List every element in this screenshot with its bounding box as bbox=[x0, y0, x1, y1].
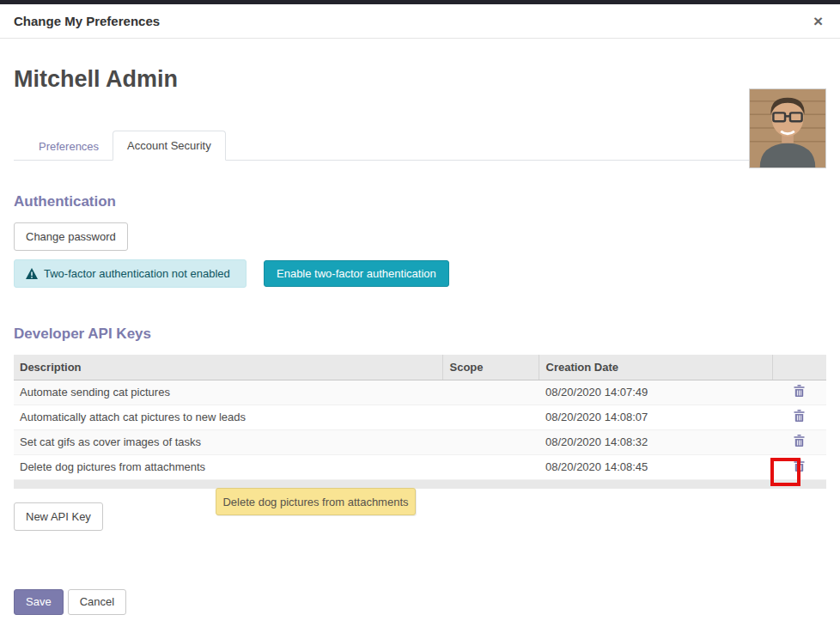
api-keys-heading: Developer API Keys bbox=[14, 326, 826, 343]
twofactor-alert: Two-factor authentication not enabled bbox=[14, 259, 247, 288]
avatar[interactable] bbox=[749, 88, 826, 168]
cell-scope bbox=[442, 429, 539, 454]
cell-scope bbox=[442, 380, 539, 405]
cell-scope bbox=[442, 405, 539, 429]
avatar-illustration bbox=[750, 89, 825, 167]
tab-account-security[interactable]: Account Security bbox=[113, 131, 226, 161]
warning-icon bbox=[26, 268, 38, 279]
dialog-footer: Save Cancel bbox=[14, 589, 826, 615]
close-icon[interactable]: × bbox=[810, 11, 826, 31]
delete-key-trash-icon[interactable] bbox=[792, 383, 807, 401]
twofactor-alert-text: Two-factor authentication not enabled bbox=[44, 267, 230, 280]
table-row[interactable]: Set cat gifs as cover images of tasks 08… bbox=[14, 429, 826, 454]
tooltip: Delete dog pictures from attachments bbox=[216, 488, 416, 515]
cell-creation-date: 08/20/2020 14:08:32 bbox=[539, 429, 772, 454]
dialog-title: Change My Preferences bbox=[14, 14, 160, 28]
cell-description: Set cat gifs as cover images of tasks bbox=[14, 429, 442, 454]
authentication-heading: Authentication bbox=[14, 193, 826, 210]
cancel-button[interactable]: Cancel bbox=[68, 589, 126, 615]
cell-creation-date: 08/20/2020 14:07:49 bbox=[539, 380, 772, 405]
column-header-description[interactable]: Description bbox=[14, 355, 442, 380]
cell-description: Delete dog pictures from attachments bbox=[14, 454, 442, 479]
change-password-button[interactable]: Change password bbox=[14, 222, 128, 251]
cell-description: Automate sending cat pictures bbox=[14, 380, 442, 405]
enable-twofactor-button[interactable]: Enable two-factor authentication bbox=[264, 260, 449, 287]
column-header-actions bbox=[772, 355, 826, 380]
dialog-body: Mitchell Admin Preferences Account Secur… bbox=[0, 66, 840, 615]
new-api-key-button[interactable]: New API Key bbox=[14, 502, 103, 531]
column-header-scope[interactable]: Scope bbox=[442, 355, 539, 380]
delete-key-trash-icon[interactable] bbox=[792, 458, 807, 476]
api-keys-table: Description Scope Creation Date Automate… bbox=[14, 355, 826, 480]
save-button[interactable]: Save bbox=[14, 589, 64, 615]
user-name-heading: Mitchell Admin bbox=[14, 66, 826, 93]
tab-bar: Preferences Account Security bbox=[14, 130, 826, 161]
tab-preferences[interactable]: Preferences bbox=[25, 132, 113, 161]
table-empty-filler bbox=[14, 480, 826, 489]
table-row[interactable]: Automatically attach cat pictures to new… bbox=[14, 405, 826, 429]
table-header-row: Description Scope Creation Date bbox=[14, 355, 826, 380]
cell-scope bbox=[442, 454, 539, 479]
delete-key-trash-icon[interactable] bbox=[792, 408, 807, 426]
dialog-header: Change My Preferences × bbox=[0, 4, 840, 39]
cell-description: Automatically attach cat pictures to new… bbox=[14, 405, 442, 429]
column-header-creation-date[interactable]: Creation Date bbox=[539, 355, 772, 380]
table-row[interactable]: Delete dog pictures from attachments 08/… bbox=[14, 454, 826, 479]
delete-key-trash-icon[interactable] bbox=[792, 433, 807, 451]
twofactor-row: Two-factor authentication not enabled En… bbox=[14, 259, 826, 288]
cell-creation-date: 08/20/2020 14:08:45 bbox=[539, 454, 772, 479]
table-row[interactable]: Automate sending cat pictures 08/20/2020… bbox=[14, 380, 826, 405]
cell-creation-date: 08/20/2020 14:08:07 bbox=[539, 405, 772, 429]
